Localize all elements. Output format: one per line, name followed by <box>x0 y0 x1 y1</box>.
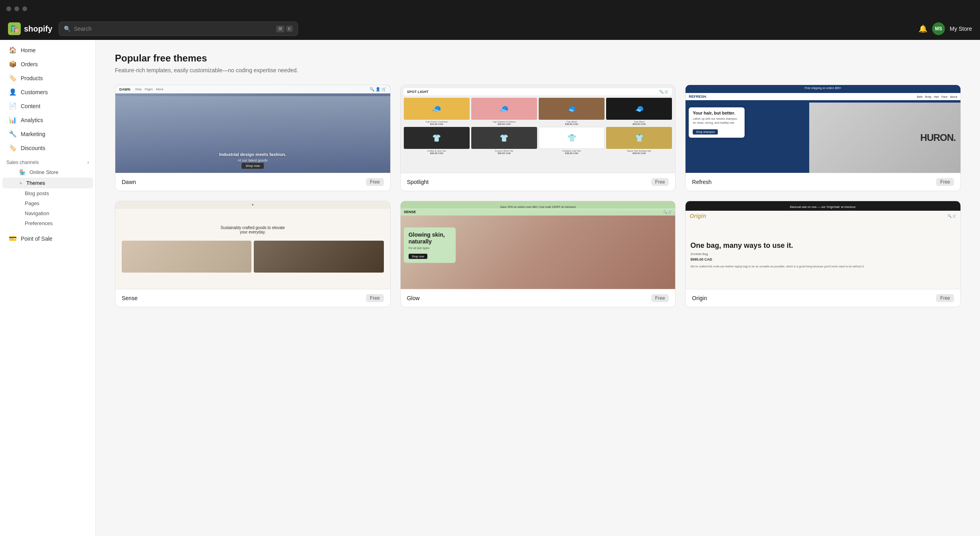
shopify-logo[interactable]: 🛍️ shopify <box>8 22 52 35</box>
sidebar-label-pos: Point of Sale <box>21 235 52 242</box>
maximize-button[interactable] <box>22 6 27 11</box>
sidebar-item-products[interactable]: 🏷️ Products <box>2 71 93 85</box>
sidebar-label-pages: Pages <box>25 200 40 206</box>
sidebar-label-marketing: Marketing <box>21 131 45 137</box>
sidebar-item-customers[interactable]: 👤 Customers <box>2 85 93 99</box>
dawn-theme-name: Dawn <box>122 179 136 185</box>
themes-grid: DAWN Shop Pages About 🔍 👤 🛒 Industrial d… <box>115 85 961 307</box>
dawn-cta: Shop now <box>242 163 264 169</box>
sidebar-label-analytics: Analytics <box>21 117 43 123</box>
spotlight-theme-info: Spotlight Free <box>401 173 676 191</box>
dawn-overlay-sub: At our latest goods <box>115 158 390 162</box>
sidebar-item-navigation[interactable]: Navigation <box>2 208 93 218</box>
search-keyboard-shortcut: ⌘ K <box>276 26 293 32</box>
sidebar-label-navigation: Navigation <box>25 210 49 216</box>
sidebar-item-discounts[interactable]: 🏷️ Discounts <box>2 141 93 155</box>
glow-theme-name: Glow <box>407 295 420 301</box>
dawn-theme-badge: Free <box>366 178 384 186</box>
search-icon: 🔍 <box>64 26 71 32</box>
theme-preview-dawn: DAWN Shop Pages About 🔍 👤 🛒 Industrial d… <box>115 85 390 173</box>
products-icon: 🏷️ <box>9 74 17 82</box>
sidebar-item-pages[interactable]: Pages <box>2 198 93 208</box>
home-icon: 🏠 <box>9 46 17 54</box>
main-layout: 🏠 Home 📦 Orders 🏷️ Products 👤 Customers … <box>0 40 980 536</box>
sidebar: 🏠 Home 📦 Orders 🏷️ Products 👤 Customers … <box>0 40 96 536</box>
theme-card-sense[interactable]: ✦ Sustainably crafted goods to elevateyo… <box>115 201 391 307</box>
sidebar-item-marketing[interactable]: 🔧 Marketing <box>2 127 93 141</box>
sidebar-label-customers: Customers <box>21 89 48 95</box>
analytics-icon: 📊 <box>9 116 17 124</box>
theme-preview-glow: Save 15% on orders over $40 | Use code 1… <box>401 201 676 289</box>
search-bar[interactable]: 🔍 Search ⌘ K <box>59 22 298 36</box>
sidebar-label-content: Content <box>21 103 40 109</box>
sidebar-label-online-store: Online Store <box>30 169 58 175</box>
title-bar <box>0 0 980 18</box>
app-header: 🛍️ shopify 🔍 Search ⌘ K 🔔 MS My Store <box>0 18 980 40</box>
notification-bell[interactable]: 🔔 <box>919 24 927 33</box>
kbd-k: K <box>286 26 293 32</box>
sidebar-item-preferences[interactable]: Preferences <box>2 218 93 228</box>
glow-theme-badge: Free <box>651 294 669 302</box>
sales-channels-section: Sales channels › <box>0 155 95 167</box>
store-name: My Store <box>950 26 972 32</box>
refresh-theme-name: Refresh <box>692 179 711 185</box>
theme-card-spotlight[interactable]: SPOT LIGHT 🔍 🛒 🧢 Cap Green Corduroy$44.0… <box>400 85 676 191</box>
page-title: Popular free themes <box>115 53 961 64</box>
refresh-theme-info: Refresh Free <box>686 173 960 191</box>
minimize-button[interactable] <box>14 6 19 11</box>
theme-preview-origin: Biannual sale on now — use 'OriginSale' … <box>686 201 960 289</box>
glow-theme-info: Glow Free <box>401 289 676 307</box>
theme-card-glow[interactable]: Save 15% on orders over $40 | Use code 1… <box>400 201 676 307</box>
avatar[interactable]: MS <box>932 22 945 35</box>
themes-indent-icon: ↳ <box>19 181 22 185</box>
online-store-icon: 🏪 <box>19 169 26 175</box>
theme-card-dawn[interactable]: DAWN Shop Pages About 🔍 👤 🛒 Industrial d… <box>115 85 391 191</box>
search-placeholder-text: Search <box>74 26 91 32</box>
page-subtitle: Feature-rich templates, easily customiza… <box>115 67 961 73</box>
kbd-cmd: ⌘ <box>276 26 285 32</box>
sales-channels-label: Sales channels <box>6 160 39 165</box>
orders-icon: 📦 <box>9 60 17 68</box>
dawn-overlay-text: Industrial design meets fashion. <box>115 152 390 157</box>
sidebar-label-themes: Themes <box>26 180 45 186</box>
shopify-logo-icon: 🛍️ <box>8 22 21 35</box>
sidebar-label-blog-posts: Blog posts <box>25 190 49 196</box>
pos-icon: 💳 <box>9 235 17 242</box>
sidebar-item-orders[interactable]: 📦 Orders <box>2 57 93 71</box>
sense-theme-name: Sense <box>122 295 138 301</box>
marketing-icon: 🔧 <box>9 130 17 138</box>
refresh-theme-badge: Free <box>936 178 954 186</box>
theme-card-refresh[interactable]: Free shipping on orders $65+ REFRESH. Ba… <box>685 85 961 191</box>
sidebar-label-home: Home <box>21 47 36 53</box>
customers-icon: 👤 <box>9 88 17 96</box>
spotlight-theme-name: Spotlight <box>407 179 429 185</box>
chevron-right-icon: › <box>87 160 89 165</box>
sidebar-item-analytics[interactable]: 📊 Analytics <box>2 113 93 127</box>
theme-card-origin[interactable]: Biannual sale on now — use 'OriginSale' … <box>685 201 961 307</box>
shopify-wordmark: shopify <box>24 24 52 34</box>
header-right: 🔔 MS My Store <box>919 22 972 35</box>
spotlight-theme-badge: Free <box>651 178 669 186</box>
sidebar-item-point-of-sale[interactable]: 💳 Point of Sale <box>2 231 93 245</box>
sidebar-label-orders: Orders <box>21 61 38 67</box>
sense-theme-badge: Free <box>366 294 384 302</box>
close-button[interactable] <box>6 6 11 11</box>
origin-theme-name: Origin <box>692 295 707 301</box>
dawn-theme-info: Dawn Free <box>115 173 390 191</box>
sidebar-item-blog-posts[interactable]: Blog posts <box>2 188 93 198</box>
main-content: Popular free themes Feature-rich templat… <box>96 40 980 536</box>
origin-theme-info: Origin Free <box>686 289 960 307</box>
theme-preview-refresh: Free shipping on orders $65+ REFRESH. Ba… <box>686 85 960 173</box>
theme-preview-spotlight: SPOT LIGHT 🔍 🛒 🧢 Cap Green Corduroy$44.0… <box>401 85 676 173</box>
content-icon: 📄 <box>9 102 17 110</box>
sidebar-item-home[interactable]: 🏠 Home <box>2 43 93 57</box>
discounts-icon: 🏷️ <box>9 144 17 152</box>
sidebar-item-themes[interactable]: ↳ Themes <box>2 178 93 188</box>
sidebar-item-content[interactable]: 📄 Content <box>2 99 93 113</box>
sidebar-label-preferences: Preferences <box>25 220 53 226</box>
sidebar-label-products: Products <box>21 75 43 81</box>
sidebar-label-discounts: Discounts <box>21 145 45 151</box>
origin-theme-badge: Free <box>936 294 954 302</box>
sense-theme-info: Sense Free <box>115 289 390 307</box>
sidebar-item-online-store[interactable]: 🏪 Online Store <box>2 167 93 178</box>
